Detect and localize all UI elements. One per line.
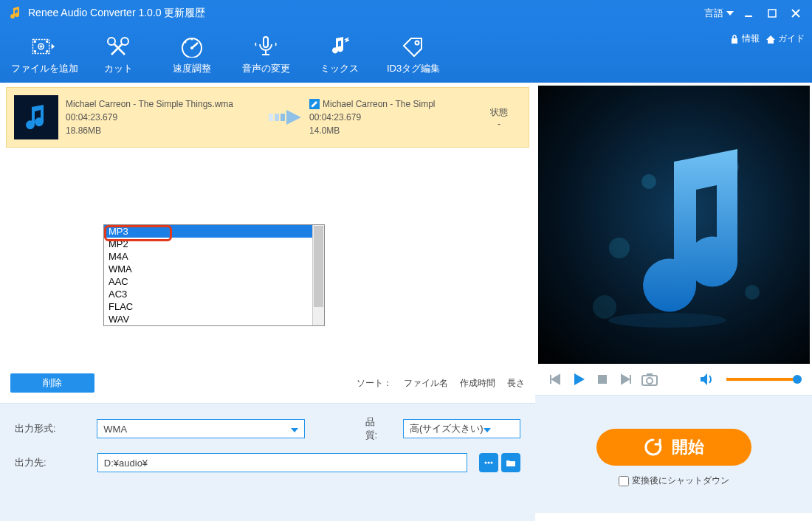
dest-input[interactable]: D:¥audio¥ — [97, 453, 467, 472]
info-link[interactable]: 情報 — [729, 32, 760, 45]
toolbar-label: 音声の変更 — [242, 62, 290, 75]
mix-button[interactable]: ミックス — [303, 27, 376, 83]
quality-label: 品質: — [365, 415, 387, 442]
sort-filename[interactable]: ファイル名 — [404, 377, 448, 390]
format-option-flac[interactable]: FLAC — [104, 300, 324, 313]
format-option-ac3[interactable]: AC3 — [104, 288, 324, 300]
list-actions: 削除 ソート： ファイル名 作成時間 長さ — [0, 363, 535, 403]
preview-area — [538, 86, 810, 364]
svg-rect-26 — [269, 114, 273, 121]
format-option-mp2[interactable]: MP2 — [104, 238, 324, 250]
maximize-button[interactable] — [760, 0, 784, 27]
microphone-icon — [253, 34, 278, 59]
svg-rect-21 — [264, 37, 268, 47]
svg-point-18 — [190, 46, 193, 49]
add-file-button[interactable]: ファイルを追加 — [7, 27, 81, 83]
svg-rect-40 — [647, 373, 653, 376]
toolbar-label: ミックス — [320, 62, 359, 75]
start-label: 開始 — [672, 436, 704, 458]
dest-more-button[interactable] — [479, 453, 498, 472]
format-dropdown-list: MP3 MP2 M4A WMA AAC AC3 FLAC WAV — [103, 224, 325, 326]
guide-link[interactable]: ガイド — [765, 32, 805, 45]
format-select[interactable]: WMA — [97, 419, 304, 438]
home-icon — [765, 34, 776, 44]
svg-point-33 — [609, 238, 630, 258]
dropdown-scrollbar[interactable] — [312, 225, 324, 325]
format-option-wma[interactable]: WMA — [104, 263, 324, 275]
svg-point-36 — [593, 295, 616, 319]
svg-point-24 — [416, 41, 419, 45]
sort-created[interactable]: 作成時間 — [460, 377, 495, 390]
toolbar-label: カット — [104, 62, 133, 75]
titlebar: Renee Audio Converter 1.0.0 更新履歴 言語 — [0, 0, 812, 27]
status-label: 状態 — [477, 106, 521, 119]
file-thumbnail — [14, 95, 58, 139]
source-file-size: 18.86MB — [66, 124, 265, 137]
film-add-icon — [32, 34, 57, 59]
svg-rect-1 — [768, 10, 776, 17]
output-file-size: 14.0MB — [309, 124, 477, 137]
speed-button[interactable]: 速度調整 — [155, 27, 229, 83]
next-button[interactable] — [618, 371, 634, 387]
source-file-name: Michael Carreon - The Simple Things.wma — [66, 97, 265, 111]
play-button[interactable] — [571, 371, 587, 387]
svg-rect-6 — [34, 50, 36, 52]
stop-button[interactable] — [594, 371, 610, 387]
shutdown-checkbox[interactable]: 変換後にシャットダウン — [619, 475, 729, 487]
svg-rect-5 — [34, 41, 36, 43]
voice-change-button[interactable]: 音声の変更 — [229, 27, 303, 83]
svg-rect-38 — [598, 375, 607, 384]
dest-label: 出力先: — [15, 456, 89, 469]
info-label: 情報 — [742, 32, 760, 45]
quality-select[interactable]: 高(サイズ大きい) — [403, 419, 520, 438]
svg-point-31 — [491, 462, 493, 464]
svg-rect-27 — [275, 114, 279, 121]
left-pane: Michael Carreon - The Simple Things.wma … — [0, 83, 535, 521]
gauge-icon — [179, 34, 204, 59]
top-links: 情報 ガイド — [729, 27, 805, 83]
guide-label: ガイド — [778, 32, 805, 45]
source-file-info: Michael Carreon - The Simple Things.wma … — [66, 97, 265, 137]
toolbar-label: ファイルを追加 — [11, 62, 78, 75]
minimize-button[interactable] — [737, 0, 760, 27]
volume-icon[interactable] — [698, 371, 715, 387]
format-option-m4a[interactable]: M4A — [104, 250, 324, 263]
content: Michael Carreon - The Simple Things.wma … — [0, 83, 812, 521]
close-button[interactable] — [784, 0, 808, 27]
delete-button[interactable]: 削除 — [10, 373, 94, 393]
right-bottom-panel: 開始 変換後にシャットダウン — [535, 395, 812, 513]
format-label: 出力形式: — [15, 422, 88, 435]
dest-value: D:¥audio¥ — [104, 458, 148, 469]
toolbar: ファイルを追加 カット 速度調整 音声の変更 ミックス ID3タグ編集 情報 — [0, 27, 812, 83]
app-title: Renee Audio Converter 1.0.0 更新履歴 — [28, 7, 205, 20]
toolbar-label: ID3タグ編集 — [387, 62, 440, 75]
edit-icon[interactable] — [309, 99, 320, 109]
toolbar-label: 速度調整 — [173, 62, 211, 75]
format-value: WMA — [103, 424, 127, 435]
folder-icon — [506, 458, 516, 468]
svg-rect-8 — [46, 50, 48, 52]
volume-slider[interactable] — [726, 378, 800, 381]
svg-rect-7 — [46, 41, 48, 43]
start-button[interactable]: 開始 — [596, 429, 751, 466]
svg-point-41 — [647, 378, 653, 384]
format-option-aac[interactable]: AAC — [104, 275, 324, 288]
output-file-info: Michael Carreon - The Simpl 00:04:23.679… — [309, 97, 477, 137]
dest-open-folder-button[interactable] — [501, 453, 520, 472]
refresh-icon — [644, 438, 663, 457]
shutdown-checkbox-input[interactable] — [619, 476, 629, 486]
language-selector[interactable]: 言語 — [704, 7, 734, 20]
svg-point-32 — [641, 174, 656, 189]
previous-button[interactable] — [547, 371, 563, 387]
cut-button[interactable]: カット — [81, 27, 155, 83]
file-row[interactable]: Michael Carreon - The Simple Things.wma … — [6, 87, 529, 148]
shutdown-label: 変換後にシャットダウン — [632, 475, 729, 487]
format-option-mp3[interactable]: MP3 — [104, 225, 324, 238]
output-file-duration: 00:04:23.679 — [309, 111, 477, 124]
format-option-wav[interactable]: WAV — [104, 313, 324, 325]
snapshot-button[interactable] — [641, 371, 658, 387]
source-file-duration: 00:04:23.679 — [66, 111, 265, 124]
svg-rect-25 — [732, 38, 737, 44]
sort-length[interactable]: 長さ — [507, 377, 525, 390]
id3-edit-button[interactable]: ID3タグ編集 — [376, 27, 450, 83]
